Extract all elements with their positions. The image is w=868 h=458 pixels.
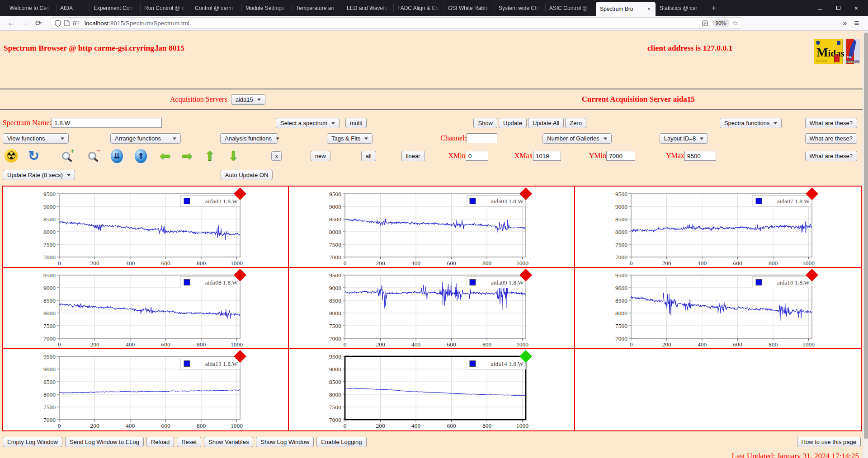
all-button[interactable]: all <box>361 151 376 161</box>
compress-y-icon[interactable]: ⇊ <box>111 149 123 163</box>
tab-run-control-c[interactable]: Run Control @ c <box>140 0 191 16</box>
ymin-input[interactable] <box>606 151 635 161</box>
expand-y-icon[interactable]: ⇑ <box>135 149 147 163</box>
spectrum-cell-aida09[interactable]: 9500900085008000750070000200400600800100… <box>289 268 575 349</box>
pan-up-icon[interactable]: ⬆ <box>204 150 215 163</box>
tab-gsi-white-rabbi[interactable]: GSI White Rabbi <box>444 0 495 16</box>
multi-button[interactable]: multi <box>345 118 367 128</box>
tab-close-icon[interactable]: × <box>646 5 651 12</box>
new-button[interactable]: new <box>311 151 330 161</box>
tab-statistics-car[interactable]: Statistics @ car <box>656 0 706 16</box>
update-all-button[interactable]: Update All <box>528 118 564 128</box>
reader-mode-icon[interactable] <box>702 20 708 26</box>
analysis-functions-select[interactable]: Analysis functions <box>220 133 278 144</box>
overflow-menu-icon[interactable]: » <box>839 19 852 27</box>
select-a-spectrum-select[interactable]: Select a spectrum <box>276 118 340 128</box>
spectrum-cell-aida03[interactable]: 9500900085008000750070000200400600800100… <box>3 187 289 268</box>
spectrum-cell-aida04[interactable]: 9500900085008000750070000200400600800100… <box>289 187 575 268</box>
window-maximize-button[interactable] <box>829 0 847 16</box>
update-rate-select[interactable]: Update Rate (8 secs) <box>3 170 75 180</box>
scrollbar-thumb[interactable] <box>864 33 868 439</box>
midas-tk-icon <box>834 55 840 62</box>
spectrum-cell-aida13[interactable]: 9500900085008000750070000200400600800100… <box>3 349 289 430</box>
tab-label: System wide Ch <box>499 5 541 11</box>
reload-button[interactable]: ⟳ <box>32 19 45 28</box>
forward-button[interactable]: → <box>18 19 32 28</box>
auto-update-button[interactable]: Auto Update ON <box>221 170 273 180</box>
zoom-out-icon[interactable]: − <box>88 152 96 160</box>
window-minimize-button[interactable] <box>811 0 829 16</box>
x-button[interactable]: x <box>271 151 282 161</box>
tab-module-settings[interactable]: Module Settings <box>241 0 292 16</box>
view-functions-select[interactable]: View functions <box>3 133 69 144</box>
reset-button[interactable]: Reset <box>177 437 201 447</box>
tab-active-spectrum-bro[interactable]: Spectrum Bro× <box>596 2 656 16</box>
tab-welcome-to-cen[interactable]: Welcome to Cen <box>5 0 56 16</box>
spectrum-chart-aida10: 9500900085008000750070000200400600800100… <box>610 269 823 348</box>
tab-asic-control-[interactable]: ASIC Control @ <box>545 0 596 16</box>
enable-logging-button[interactable]: Enable Logging <box>316 437 366 447</box>
new-tab-button[interactable]: + <box>706 0 722 16</box>
tab-experiment-con[interactable]: Experiment Con <box>90 0 140 16</box>
spectrum-cell-aida08[interactable]: 9500900085008000750070000200400600800100… <box>3 268 289 349</box>
spectrum-cell-aida14[interactable]: 9500900085008000750070000200400600800100… <box>289 349 575 430</box>
bookmark-star-icon[interactable]: ☆ <box>732 19 738 27</box>
page-icon[interactable] <box>64 20 70 26</box>
tab-temperature-an[interactable]: Temperature an <box>292 0 343 16</box>
what-are-these-button[interactable]: What are these? <box>805 118 857 128</box>
tab-label: Spectrum Bro <box>600 6 642 12</box>
number-of-galleries-select[interactable]: Number of Galleries <box>542 133 612 144</box>
channel-input[interactable] <box>467 133 497 143</box>
tab-led-and-wavefo[interactable]: LED and Wavefo <box>343 0 393 16</box>
spectrum-cell-aida07[interactable]: 9500900085008000750070000200400600800100… <box>575 187 861 268</box>
tab-fadc-align-co[interactable]: FADC Align & Co <box>393 0 444 16</box>
what-are-these-button[interactable]: What are these? <box>805 133 857 144</box>
midas-logo: MMidasidas powered by <box>814 39 843 64</box>
back-button[interactable]: ← <box>5 19 18 28</box>
url-bar[interactable]: localhost:8015/Spectrum/Spectrum.tml 90%… <box>51 17 742 29</box>
reload-page-button[interactable]: Reload <box>146 437 174 447</box>
update-rate-row: Update Rate (8 secs) Auto Update ON <box>0 168 868 181</box>
show-button[interactable]: Show <box>473 118 497 128</box>
tab-control-carm[interactable]: Control @ carm <box>191 0 241 16</box>
hamburger-menu-icon[interactable]: ≡ <box>853 19 863 28</box>
tab-aida[interactable]: AIDA <box>56 0 90 16</box>
what-are-these-button[interactable]: What are these? <box>805 151 857 161</box>
spectra-functions-select[interactable]: Spectra functions <box>720 118 782 128</box>
pan-left-icon[interactable]: ⬅ <box>160 150 170 163</box>
shield-icon[interactable] <box>55 20 61 27</box>
ymax-input[interactable] <box>684 151 716 161</box>
tags-and-fits-select[interactable]: Tags & Fits <box>327 133 373 144</box>
radiation-icon[interactable]: ☢ <box>5 149 18 163</box>
svg-text:9000: 9000 <box>43 285 56 291</box>
zoom-level-badge[interactable]: 90% <box>713 19 729 27</box>
xmax-input[interactable] <box>533 151 561 161</box>
zoom-in-icon[interactable]: + <box>62 152 70 160</box>
page-scrollbar[interactable] <box>863 31 868 458</box>
spectrum-name-input[interactable] <box>52 118 162 128</box>
show-variables-button[interactable]: Show Variables <box>204 437 253 447</box>
url-text[interactable]: localhost:8015/Spectrum/Spectrum.tml <box>85 20 702 27</box>
zero-button[interactable]: Zero <box>565 118 586 128</box>
acquisition-server-select[interactable]: aida15 <box>231 94 265 105</box>
how-to-use-button[interactable]: How to use this page <box>797 437 861 447</box>
empty-log-window-button[interactable]: Empty Log Window <box>3 437 62 447</box>
layout-id-select[interactable]: Layout ID=8 <box>660 133 708 144</box>
arrange-functions-select[interactable]: Arrange functions <box>110 133 181 144</box>
ymin-label: YMin <box>589 152 606 160</box>
spectrum-cell-aida10[interactable]: 9500900085008000750070000200400600800100… <box>575 268 861 349</box>
update-button[interactable]: Update <box>499 118 527 128</box>
site-permissions-icon[interactable] <box>73 20 80 26</box>
pan-right-icon[interactable]: ➡ <box>181 150 192 163</box>
pan-down-icon[interactable]: ⬇ <box>228 150 239 163</box>
xmin-input[interactable] <box>466 151 488 161</box>
tab-system-wide-ch[interactable]: System wide Ch <box>495 0 545 16</box>
refresh-icon[interactable]: ↻ <box>28 149 39 163</box>
send-log-window-button[interactable]: Send Log Window to ELog <box>65 437 144 447</box>
show-log-window-button[interactable]: Show Log Window <box>256 437 314 447</box>
legend-swatch <box>756 280 762 285</box>
tab-label: Control @ carm <box>195 5 237 11</box>
window-close-button[interactable]: × <box>847 0 865 16</box>
midas-powered-text: powered by <box>816 60 827 62</box>
linear-button[interactable]: linear <box>401 151 425 161</box>
